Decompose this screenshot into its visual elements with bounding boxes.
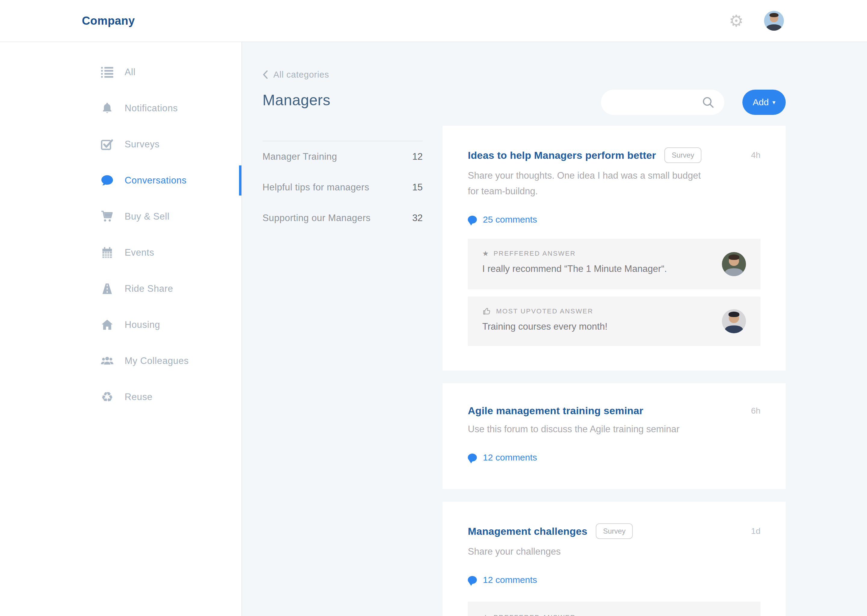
add-button[interactable]: Add ▾ (742, 90, 786, 115)
chat-bubble-icon (100, 173, 114, 188)
sidebar-item-buy-sell[interactable]: Buy & Sell (0, 201, 241, 232)
top-bar-actions: ⚙︎ (729, 11, 784, 31)
sidebar-item-label: Surveys (125, 139, 159, 150)
avatar-hair (728, 255, 740, 260)
answer-text: I really recommend “The 1 Minute Manager… (482, 264, 746, 274)
sidebar-item-conversations[interactable]: Conversations (0, 165, 241, 195)
answer-label: MOST UPVOTED ANSWER (496, 307, 593, 315)
gear-icon[interactable]: ⚙︎ (729, 13, 744, 29)
sidebar-item-all[interactable]: All (0, 57, 241, 87)
answer-box-most-upvoted: MOST UPVOTED ANSWER Training courses eve… (468, 297, 760, 346)
sidebar-item-label: Buy & Sell (125, 211, 169, 222)
list-icon (100, 65, 114, 79)
speech-bubble-icon (468, 216, 477, 223)
speech-bubble-icon (468, 576, 477, 584)
add-button-label: Add (753, 97, 769, 107)
answer-label: PREFFERED ANSWER (494, 614, 576, 616)
page-header: Managers Add ▾ (263, 90, 867, 115)
brand-logo[interactable]: Company (82, 14, 135, 27)
star-icon: ★ (482, 614, 489, 616)
category-count: 32 (412, 213, 422, 223)
caret-down-icon: ▾ (772, 99, 776, 105)
comments-count: 25 comments (483, 214, 537, 225)
sidebar-item-label: Notifications (125, 103, 178, 114)
sidebar-item-label: All (125, 67, 136, 78)
sidebar-item-ride-share[interactable]: Ride Share (0, 274, 241, 304)
calendar-icon (100, 245, 114, 260)
page-title: Managers (263, 91, 331, 109)
search-input[interactable] (613, 97, 701, 108)
top-bar: Company ⚙︎ (0, 0, 867, 42)
comments-count: 12 comments (483, 453, 537, 463)
post-list: Ideas to help Managers perform better Su… (443, 126, 786, 616)
avatar-torso (725, 325, 743, 333)
sidebar-item-label: My Colleagues (125, 355, 189, 366)
post-card: Agile management training seminar 6h Use… (443, 383, 786, 489)
header-actions: Add ▾ (601, 90, 786, 115)
checkbox-icon (100, 137, 114, 152)
answer-label-row: MOST UPVOTED ANSWER (482, 307, 746, 315)
breadcrumb[interactable]: All categories (263, 70, 867, 79)
comments-link[interactable]: 12 comments (468, 451, 760, 464)
sidebar-item-label: Ride Share (125, 283, 173, 294)
sidebar-item-label: Conversations (125, 175, 187, 186)
content-columns: Manager Training 12 Helpful tips for man… (263, 126, 867, 616)
answer-box-preferred: ★ PREFFERED ANSWER (468, 602, 760, 616)
avatar-torso (766, 24, 782, 31)
post-title[interactable]: Ideas to help Managers perform better (468, 149, 656, 161)
star-icon: ★ (482, 250, 489, 257)
sidebar: All Notifications Surveys Conversations (0, 42, 242, 616)
category-list: Manager Training 12 Helpful tips for man… (263, 141, 422, 616)
bell-icon (100, 101, 114, 115)
recycle-icon: ♻︎ (100, 390, 114, 404)
category-item-manager-training[interactable]: Manager Training 12 (263, 141, 422, 172)
post-head: Ideas to help Managers perform better Su… (468, 148, 760, 163)
post-time: 6h (751, 406, 760, 416)
post-card: Ideas to help Managers perform better Su… (443, 126, 786, 371)
user-avatar[interactable] (764, 11, 784, 31)
category-count: 15 (412, 182, 422, 193)
search-input-wrapper (601, 90, 724, 115)
category-count: 12 (412, 151, 422, 162)
post-body: Use this forum to discuss the Agile trai… (468, 421, 709, 437)
post-title[interactable]: Agile management training seminar (468, 405, 643, 416)
category-item-helpful-tips[interactable]: Helpful tips for managers 15 (263, 172, 422, 203)
survey-badge: Survey (664, 148, 701, 163)
survey-badge: Survey (596, 523, 633, 539)
answer-author-avatar[interactable] (722, 309, 746, 333)
avatar-hair (728, 312, 740, 317)
answer-label-row: ★ PREFFERED ANSWER (482, 614, 746, 616)
speech-bubble-icon (468, 454, 477, 461)
category-item-supporting-managers[interactable]: Supporting our Managers 32 (263, 203, 422, 233)
sidebar-item-surveys[interactable]: Surveys (0, 129, 241, 159)
post-title[interactable]: Management challenges (468, 525, 587, 537)
sidebar-item-housing[interactable]: Housing (0, 310, 241, 340)
category-label: Supporting our Managers (263, 213, 370, 223)
sidebar-item-reuse[interactable]: ♻︎ Reuse (0, 382, 241, 412)
answer-label: PREFFERED ANSWER (494, 250, 576, 258)
post-card: Management challenges Survey 1d Share yo… (443, 502, 786, 616)
comments-count: 12 comments (483, 575, 537, 585)
search-icon[interactable] (701, 96, 715, 109)
avatar-hair (769, 13, 779, 17)
sidebar-item-events[interactable]: Events (0, 237, 241, 268)
breadcrumb-label: All categories (273, 70, 329, 80)
post-body: Share your challenges (468, 544, 709, 559)
thumbs-up-icon (482, 307, 491, 316)
post-body: Share your thoughts. One idea I had was … (468, 168, 709, 199)
comments-link[interactable]: 12 comments (468, 574, 760, 586)
chevron-left-icon (263, 70, 268, 79)
sidebar-item-label: Reuse (125, 391, 153, 402)
answer-author-avatar[interactable] (722, 252, 746, 276)
sidebar-item-label: Events (125, 247, 154, 258)
shopping-cart-icon (100, 209, 114, 224)
answer-text: Training courses every month! (482, 321, 746, 332)
avatar-torso (725, 268, 743, 276)
post-time: 4h (751, 150, 760, 160)
post-head: Management challenges Survey 1d (468, 523, 760, 539)
people-icon (100, 354, 114, 368)
sidebar-item-notifications[interactable]: Notifications (0, 93, 241, 123)
house-icon (100, 317, 114, 332)
comments-link[interactable]: 25 comments (468, 214, 760, 226)
sidebar-item-my-colleagues[interactable]: My Colleagues (0, 346, 241, 376)
